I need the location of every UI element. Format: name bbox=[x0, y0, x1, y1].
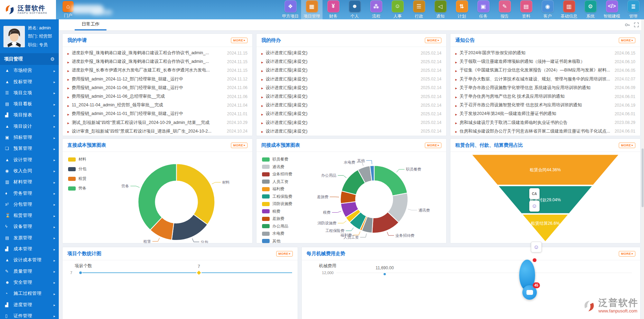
sidebar-menu-item[interactable]: ⌛ 租赁管理 bbox=[0, 210, 59, 221]
top-nav-item[interactable]: ✎ 报告 bbox=[494, 0, 515, 19]
legend-item[interactable]: 劳务 bbox=[68, 186, 86, 191]
top-nav-item[interactable]: ☰ 行政 bbox=[408, 0, 430, 19]
legend-item[interactable]: 分包 bbox=[68, 166, 86, 172]
legend-item[interactable]: 其他 bbox=[262, 239, 292, 244]
top-nav-item[interactable]: ❖ 甲方项目 bbox=[280, 0, 301, 19]
top-nav-item[interactable]: ▥ 基础信息 bbox=[558, 0, 580, 19]
sidebar-menu-item[interactable]: ▲ 投标管理 bbox=[0, 76, 59, 87]
legend-item[interactable]: 职员餐费 bbox=[262, 157, 292, 162]
donut-segment[interactable] bbox=[176, 164, 215, 224]
legend-item[interactable]: 消防设施费 bbox=[262, 201, 292, 206]
list-item[interactable]: 进度款申报_珠海鹤港口建设_珠海鹤港口建设工程合作协议书_admin_... 2… bbox=[67, 57, 248, 66]
donut-segment[interactable] bbox=[374, 166, 407, 196]
list-item[interactable]: 设计进度汇报(未提交) 2025.02.14 bbox=[261, 127, 441, 136]
top-nav-item[interactable]: ☻ 个人 bbox=[344, 0, 365, 19]
sidebar-section-header[interactable]: 项目管理 ⚙ bbox=[0, 53, 59, 65]
list-item[interactable]: 关于举办大数据、云计算技术在城市建设、规划、管理与服务中的应用培训班... 20… bbox=[455, 75, 635, 84]
sidebar-menu-item[interactable]: ☻ 安全管理 bbox=[0, 277, 59, 288]
funnel-tier[interactable] bbox=[523, 215, 568, 241]
sidebar-menu-item[interactable]: ▤ 发票管理 bbox=[0, 232, 59, 243]
legend-item[interactable]: 人员工资 bbox=[262, 179, 292, 184]
sidebar-menu-item[interactable]: ▥ 材料管理 bbox=[0, 176, 59, 187]
top-nav-item[interactable]: ⇅ 计划 bbox=[451, 0, 473, 19]
sidebar-menu-item[interactable]: ▣ 招标管理 bbox=[0, 132, 59, 143]
sidebar-menu-item[interactable]: ♦ 劳务管理 bbox=[0, 187, 59, 199]
sidebar-menu-item[interactable]: ☰ 项目立项 bbox=[0, 87, 59, 98]
top-nav-item[interactable]: </> 智能建模 bbox=[601, 0, 623, 19]
sidebar-menu-item[interactable]: ▤ 项目看板 bbox=[0, 98, 59, 109]
list-item[interactable]: 设计进度汇报(未提交) 2025.02.14 bbox=[261, 84, 441, 92]
legend-item[interactable]: 差旅费 bbox=[262, 216, 292, 221]
top-nav-item[interactable]: ≣ 管理 bbox=[623, 0, 644, 19]
legend-item[interactable]: 税费 bbox=[262, 209, 292, 214]
list-item[interactable]: 11_2024-11-04_admin_经营部_领导审批__完成 2024.11… bbox=[67, 101, 248, 109]
sidebar-menu-item[interactable]: ✎ 质量管理 bbox=[0, 265, 59, 277]
list-item[interactable]: 设计进度汇报(未提交) 2025.02.14 bbox=[261, 118, 441, 127]
legend-item[interactable]: 办公用品 bbox=[262, 224, 292, 229]
list-item[interactable]: 进度款申报_长春市伊通河水力发电厂改建工程_长春市伊通河水力发电... 2024… bbox=[67, 66, 248, 75]
list-item[interactable]: 设计进度汇报(未提交) 2025.02.14 bbox=[261, 92, 441, 101]
list-item[interactable]: 费用报销_admin_2024-11-06_总经理审批__完成 2024.11.… bbox=[67, 92, 248, 101]
legend-item[interactable]: 材料 bbox=[68, 157, 86, 162]
data-point-diamond[interactable] bbox=[196, 270, 201, 275]
top-nav-item[interactable]: ¥ 财务 bbox=[323, 0, 344, 19]
top-nav-item[interactable]: ◉ 客户 bbox=[537, 0, 558, 19]
sidebar-menu-item[interactable]: ▲ 项目设计 bbox=[0, 121, 59, 132]
more-button[interactable]: MORE bbox=[619, 143, 635, 148]
top-nav-item[interactable]: ⁂ 流程 bbox=[365, 0, 387, 19]
donut-segment[interactable] bbox=[138, 164, 177, 230]
legend-item[interactable]: 福利费 bbox=[262, 186, 292, 192]
list-item[interactable]: 费用报销_admin_2024-11-12_部门经理审批_胡建,_运行中 202… bbox=[67, 75, 248, 84]
list-item[interactable]: 测试_彭祖新城"四馆"景观工程设计项目_2024-10-29_admin_结束_… bbox=[67, 118, 248, 127]
scrollbar-thumb[interactable] bbox=[642, 148, 644, 207]
more-button[interactable]: MORE bbox=[619, 251, 635, 257]
list-item[interactable]: 关于召开市政公用设施智慧化管理 信息技术与应用培训班的通知 2024.06.19 bbox=[455, 101, 635, 109]
legend-item[interactable]: 租赁 bbox=[68, 176, 86, 181]
legend-item[interactable]: 业务招待费 bbox=[262, 172, 292, 177]
list-item[interactable]: 设计进度汇报(未提交) 2025.02.14 bbox=[261, 109, 441, 118]
top-nav-item[interactable]: ▣ 任务 bbox=[473, 0, 494, 19]
smiley-float-icon[interactable]: ☺ bbox=[529, 201, 540, 212]
list-item[interactable]: 设计进度汇报(未提交) 2025.02.14 bbox=[261, 66, 441, 75]
gear-icon[interactable]: ⚙ bbox=[50, 56, 55, 62]
list-item[interactable]: 关于发放2024年第24批一级建造师注册证书的通知 2024.06.01 bbox=[455, 109, 635, 118]
more-button[interactable]: MORE bbox=[231, 143, 248, 148]
legend-item[interactable]: 水电费 bbox=[262, 231, 292, 236]
sidebar-menu-item[interactable]: ▲ 市场经营 bbox=[0, 65, 59, 76]
list-item[interactable]: 设计审查_彭祖新城"四馆"景观工程设计项目_请选择_胡广生_2024-10-2.… bbox=[67, 127, 248, 136]
list-item[interactable]: 于征集《中国建筑施工行业信息化发展报告（2024）—BIM应用与发展》材料...… bbox=[455, 66, 635, 75]
top-nav-item[interactable]: ☺ 人事 bbox=[387, 0, 408, 19]
fullscreen-icon[interactable] bbox=[634, 22, 639, 28]
tab-daily-work[interactable]: 日常工作 bbox=[75, 19, 106, 30]
top-nav-item[interactable]: ▦ 项目管理 bbox=[301, 0, 323, 19]
list-item[interactable]: 关于举办市政公用设施数字化管理信息 系统建设与应用培训班的通知 2024.06.… bbox=[455, 84, 635, 92]
sidebar-menu-item[interactable]: ▲ 设计管理 bbox=[0, 154, 59, 165]
legend-item[interactable]: 工程保险费 bbox=[262, 194, 292, 199]
list-item[interactable]: 设计进度汇报(未提交) 2025.02.14 bbox=[261, 49, 441, 57]
ca-float-button[interactable]: CA bbox=[529, 188, 540, 199]
sidebar-menu-item[interactable]: ▟ 进度管理 bbox=[0, 299, 59, 310]
legend-item[interactable]: 通讯费 bbox=[262, 164, 292, 170]
list-item[interactable]: 关于2024年国庆节放假安排的通知 2024.06.15 bbox=[455, 49, 635, 57]
more-button[interactable]: MORE bbox=[231, 38, 248, 43]
list-item[interactable]: 设计进度汇报(未提交) 2025.02.14 bbox=[261, 75, 441, 84]
sidebar-menu-item[interactable]: ▟ 成本管理 bbox=[0, 243, 59, 254]
list-item[interactable]: 房和城乡建设厅关于取消二级建造师临时执业证书的公告 2023.08.29 bbox=[455, 118, 635, 127]
list-item[interactable]: 设计进度汇报(未提交) 2025.02.14 bbox=[261, 101, 441, 109]
sidebar-menu-item[interactable]: ◔ 施工过程管理 bbox=[0, 288, 59, 299]
list-item[interactable]: 进度款申报_珠海鹤港口建设_珠海鹤港口建设工程合作协议书_admin_... 2… bbox=[67, 49, 248, 57]
user-avatar[interactable] bbox=[3, 26, 25, 47]
list-item[interactable]: 费用报销_admin_2024-11-06_部门经理审批_胡建,_运行中 202… bbox=[67, 84, 248, 92]
sidebar-menu-item[interactable]: ❏ 预算管理 bbox=[0, 143, 59, 154]
data-point-circle[interactable] bbox=[79, 271, 82, 274]
list-item[interactable]: 关于领取一级注册建造师增项贴的通知（须持一建证书前来领取） 2024.06.10 bbox=[455, 57, 635, 66]
more-button[interactable]: MORE bbox=[276, 251, 293, 257]
key-icon[interactable] bbox=[625, 22, 630, 28]
sidebar-menu-item[interactable]: ▯ 证件管理 bbox=[0, 310, 59, 319]
data-point-circle[interactable] bbox=[383, 273, 386, 276]
list-item[interactable]: 费用报销_admin_2024-11-01_部门经理审批_胡建,_运行中 202… bbox=[67, 109, 248, 118]
list-item[interactable]: 设计进度汇报(未提交) 2025.02.14 bbox=[261, 57, 441, 66]
more-button[interactable]: MORE bbox=[425, 143, 441, 148]
sidebar-menu-item[interactable]: ◉ 收入合同 bbox=[0, 165, 59, 176]
top-nav-item[interactable]: ◁ 通知 bbox=[430, 0, 451, 19]
